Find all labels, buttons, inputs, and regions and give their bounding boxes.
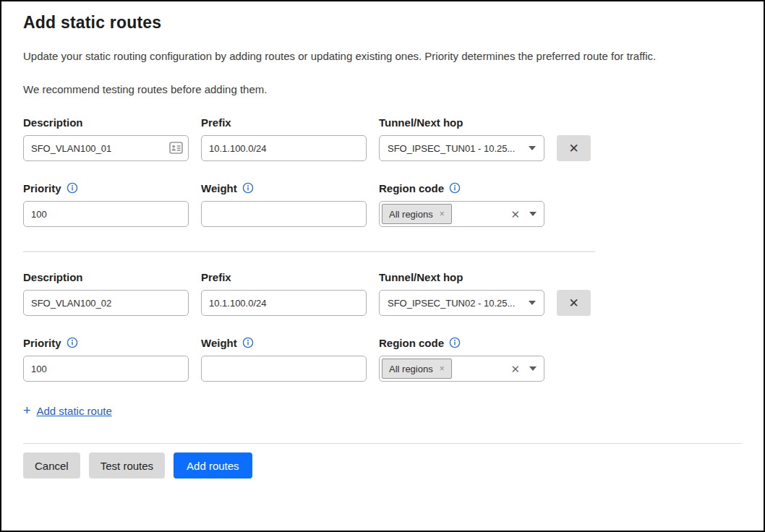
route-block-2: Description Prefix Tunnel/ — [23, 270, 742, 382]
weight-label: Weight — [201, 337, 237, 349]
weight-field-group: Weight — [201, 181, 367, 227]
route-block-1: Description — [23, 115, 742, 227]
region-field-group: Region code All regions × — [379, 181, 544, 227]
description-label: Description — [23, 271, 83, 283]
region-chip: All regions × — [382, 204, 452, 224]
route-block-divider — [23, 251, 595, 252]
prefix-field-group: Prefix — [201, 270, 367, 316]
priority-label: Priority — [23, 182, 61, 194]
region-chip-label: All regions — [389, 364, 433, 374]
tunnel-select[interactable]: SFO_IPSEC_TUN01 - 10.25... — [379, 135, 544, 161]
tunnel-field-group: Tunnel/Next hop SFO_IPSEC_TUN01 - 10.25.… — [379, 115, 544, 161]
description-input[interactable] — [23, 290, 189, 316]
region-chip-label: All regions — [389, 209, 433, 220]
add-static-routes-dialog: Add static routes Update your static rou… — [0, 0, 765, 532]
chevron-down-icon — [529, 146, 536, 150]
priority-field-group: Priority — [23, 181, 189, 227]
tunnel-select-value: SFO_IPSEC_TUN02 - 10.25... — [388, 298, 529, 309]
info-icon[interactable] — [242, 337, 254, 348]
remove-route-button[interactable]: ✕ — [557, 135, 591, 161]
region-multiselect[interactable]: All regions × ✕ — [379, 356, 544, 382]
add-routes-button[interactable]: Add routes — [174, 452, 252, 479]
info-icon[interactable] — [242, 182, 254, 194]
priority-label: Priority — [23, 337, 61, 349]
region-multiselect[interactable]: All regions × ✕ — [379, 201, 544, 227]
info-icon[interactable] — [67, 182, 78, 194]
tunnel-field-group: Tunnel/Next hop SFO_IPSEC_TUN02 - 10.25.… — [379, 270, 544, 316]
description-label: Description — [23, 116, 83, 129]
chevron-down-icon — [529, 212, 537, 216]
weight-input[interactable] — [201, 201, 367, 227]
description-field-group: Description — [23, 115, 189, 161]
clear-icon[interactable]: ✕ — [510, 209, 520, 220]
contact-card-icon[interactable] — [169, 142, 183, 154]
tunnel-label: Tunnel/Next hop — [379, 271, 463, 283]
clear-icon[interactable]: ✕ — [510, 364, 520, 374]
region-chip: All regions × — [382, 359, 452, 379]
add-static-route-link[interactable]: Add static route — [37, 405, 112, 417]
info-icon[interactable] — [449, 337, 461, 348]
region-field-group: Region code All regions × — [379, 335, 544, 382]
page-title: Add static routes — [23, 13, 742, 33]
add-static-route-row: + Add static route — [23, 404, 742, 417]
info-icon[interactable] — [449, 182, 461, 194]
chip-remove-icon[interactable]: × — [440, 210, 445, 218]
weight-label: Weight — [201, 182, 237, 194]
remove-route-button[interactable]: ✕ — [557, 290, 591, 316]
priority-field-group: Priority — [23, 335, 189, 382]
priority-input[interactable] — [23, 201, 189, 227]
prefix-input[interactable] — [201, 135, 367, 161]
close-icon: ✕ — [568, 141, 578, 156]
priority-input[interactable] — [23, 356, 189, 382]
tunnel-label: Tunnel/Next hop — [379, 116, 463, 129]
tunnel-select[interactable]: SFO_IPSEC_TUN02 - 10.25... — [379, 290, 544, 316]
footer-actions: Cancel Test routes Add routes — [23, 452, 742, 479]
prefix-field-group: Prefix — [201, 115, 367, 161]
footer-divider — [23, 443, 742, 444]
tunnel-select-value: SFO_IPSEC_TUN01 - 10.25... — [388, 143, 529, 154]
prefix-label: Prefix — [201, 271, 231, 283]
recommendation-text: We recommend testing routes before addin… — [23, 83, 742, 95]
chip-remove-icon[interactable]: × — [440, 364, 445, 373]
region-label: Region code — [379, 182, 444, 194]
description-field-group: Description — [23, 270, 189, 316]
chevron-down-icon — [529, 301, 536, 305]
info-icon[interactable] — [67, 337, 78, 348]
chevron-down-icon — [529, 366, 537, 371]
test-routes-button[interactable]: Test routes — [89, 452, 165, 479]
cancel-button[interactable]: Cancel — [23, 452, 80, 479]
plus-icon: + — [23, 404, 31, 417]
description-input[interactable] — [23, 135, 189, 161]
close-icon: ✕ — [568, 296, 578, 311]
weight-input[interactable] — [201, 356, 367, 382]
region-label: Region code — [379, 337, 444, 349]
intro-text: Update your static routing configuration… — [23, 50, 742, 62]
weight-field-group: Weight — [201, 335, 367, 382]
prefix-input[interactable] — [201, 290, 367, 316]
prefix-label: Prefix — [201, 116, 231, 129]
